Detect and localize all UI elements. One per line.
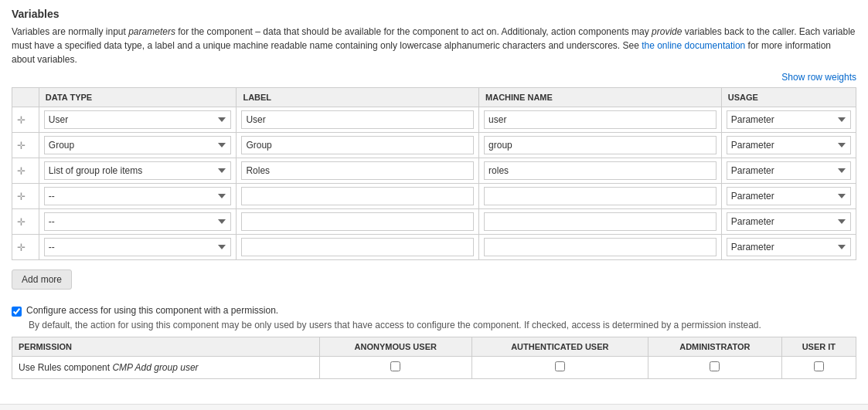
usage-cell: ParameterProvided <box>721 158 856 184</box>
drag-handle[interactable]: ✛ <box>12 235 39 260</box>
configure-text: Configure access for using this componen… <box>26 305 278 316</box>
usage-select[interactable]: ParameterProvided <box>727 110 851 129</box>
drag-handle[interactable]: ✛ <box>12 184 39 209</box>
machine-name-input[interactable] <box>484 238 717 256</box>
page-wrapper: Variables Variables are normally input p… <box>0 0 868 396</box>
access-note: By default, the action for using this co… <box>29 320 856 330</box>
datatype-select[interactable]: --UserGroupList of group role items <box>44 238 232 256</box>
configure-access-checkbox[interactable] <box>12 307 22 317</box>
col-header-drag <box>12 88 39 107</box>
usage-select[interactable]: ParameterProvided <box>727 161 851 180</box>
drag-handle[interactable]: ✛ <box>12 107 39 133</box>
machine-name-input[interactable] <box>484 136 717 154</box>
usage-select[interactable]: ParameterProvided <box>727 136 851 154</box>
desc-italic2: provide <box>652 26 682 37</box>
show-row-weights-link[interactable]: Show row weights <box>781 72 856 83</box>
variables-table: DATA TYPE LABEL MACHINE NAME USAGE ✛--Us… <box>12 87 856 260</box>
usage-cell: ParameterProvided <box>721 184 856 209</box>
perm-anonymous-checkbox[interactable] <box>390 361 400 371</box>
configure-access-row: Configure access for using this componen… <box>12 305 856 317</box>
add-more-button[interactable]: Add more <box>12 269 72 290</box>
col-header-machine: MACHINE NAME <box>479 88 722 107</box>
datatype-cell: --UserGroupList of group role items <box>39 184 237 209</box>
label-input[interactable] <box>241 187 474 205</box>
drag-icon: ✛ <box>17 216 26 228</box>
table-header-row: DATA TYPE LABEL MACHINE NAME USAGE <box>12 88 856 107</box>
perm-administrator-checkbox[interactable] <box>710 361 720 371</box>
label-input[interactable] <box>241 161 474 180</box>
drag-handle[interactable]: ✛ <box>12 158 39 184</box>
desc-italic1: parameters <box>128 26 175 37</box>
label-cell <box>237 235 479 260</box>
perm-label-italic: CMP Add group user <box>112 362 198 373</box>
machine-name-input[interactable] <box>484 187 717 205</box>
permission-section: Configure access for using this componen… <box>12 305 856 379</box>
machine-name-input[interactable] <box>484 212 717 231</box>
perm-administrator-cell <box>648 357 782 379</box>
permissions-table: PERMISSION ANONYMOUS USER AUTHENTICATED … <box>12 337 856 379</box>
label-cell <box>237 133 479 158</box>
table-row: ✛--UserGroupList of group role itemsPara… <box>12 184 856 209</box>
drag-handle[interactable]: ✛ <box>12 209 39 235</box>
usage-cell: ParameterProvided <box>721 209 856 235</box>
desc-start: Variables are normally input <box>12 26 128 37</box>
section-title: Variables <box>12 8 856 20</box>
table-row: ✛--UserGroupList of group role itemsPara… <box>12 133 856 158</box>
perm-col-administrator: ADMINISTRATOR <box>648 337 782 357</box>
usage-cell: ParameterProvided <box>721 107 856 133</box>
drag-icon: ✛ <box>17 140 26 151</box>
description: Variables are normally input parameters … <box>12 25 856 66</box>
label-input[interactable] <box>241 136 474 154</box>
label-input[interactable] <box>241 212 474 231</box>
datatype-select[interactable]: --UserGroupList of group role items <box>44 136 232 154</box>
datatype-select[interactable]: --UserGroupList of group role items <box>44 212 232 231</box>
drag-icon: ✛ <box>17 242 26 253</box>
show-row-weights-container: Show row weights <box>12 71 856 83</box>
col-header-usage: USAGE <box>721 88 856 107</box>
machine-name-input[interactable] <box>484 161 717 180</box>
usage-select[interactable]: ParameterProvided <box>727 212 851 231</box>
table-row: ✛--UserGroupList of group role itemsPara… <box>12 209 856 235</box>
perm-authenticated-checkbox[interactable] <box>555 361 565 371</box>
perm-authenticated-cell <box>471 357 648 379</box>
drag-handle[interactable]: ✛ <box>12 133 39 158</box>
datatype-cell: --UserGroupList of group role items <box>39 209 237 235</box>
machine-name-cell <box>479 184 722 209</box>
perm-user-it-cell <box>781 357 856 379</box>
usage-select[interactable]: ParameterProvided <box>727 187 851 205</box>
label-input[interactable] <box>241 110 474 129</box>
label-cell <box>237 107 479 133</box>
drag-icon: ✛ <box>17 114 26 126</box>
usage-cell: ParameterProvided <box>721 133 856 158</box>
desc-middle: for the component – data that should be … <box>175 26 652 37</box>
datatype-select[interactable]: --UserGroupList of group role items <box>44 110 232 129</box>
usage-select[interactable]: ParameterProvided <box>727 238 851 256</box>
perm-col-anonymous: ANONYMOUS USER <box>319 337 471 357</box>
machine-name-cell <box>479 158 722 184</box>
datatype-select[interactable]: --UserGroupList of group role items <box>44 187 232 205</box>
perm-col-user-it: USER IT <box>781 337 856 357</box>
datatype-cell: --UserGroupList of group role items <box>39 107 237 133</box>
datatype-cell: --UserGroupList of group role items <box>39 133 237 158</box>
machine-name-cell <box>479 107 722 133</box>
machine-name-input[interactable] <box>484 110 717 129</box>
perm-user-it-checkbox[interactable] <box>814 361 824 371</box>
table-row: ✛--UserGroupList of group role itemsPara… <box>12 235 856 260</box>
table-row: Use Rules component CMP Add group user <box>12 357 856 379</box>
doc-link[interactable]: the online documentation <box>642 40 745 51</box>
datatype-cell: --UserGroupList of group role items <box>39 235 237 260</box>
table-row: ✛--UserGroupList of group role itemsPara… <box>12 107 856 133</box>
permissions-header-row: PERMISSION ANONYMOUS USER AUTHENTICATED … <box>12 337 856 357</box>
perm-col-permission: PERMISSION <box>12 337 320 357</box>
perm-col-authenticated: AUTHENTICATED USER <box>471 337 648 357</box>
datatype-select[interactable]: --UserGroupList of group role items <box>44 161 232 180</box>
drag-icon: ✛ <box>17 165 26 177</box>
footer-bar: Save changes <box>0 404 868 410</box>
datatype-cell: --UserGroupList of group role items <box>39 158 237 184</box>
label-cell <box>237 158 479 184</box>
perm-anonymous-cell <box>319 357 471 379</box>
machine-name-cell <box>479 209 722 235</box>
machine-name-cell <box>479 133 722 158</box>
label-input[interactable] <box>241 238 474 256</box>
table-row: ✛--UserGroupList of group role itemsPara… <box>12 158 856 184</box>
